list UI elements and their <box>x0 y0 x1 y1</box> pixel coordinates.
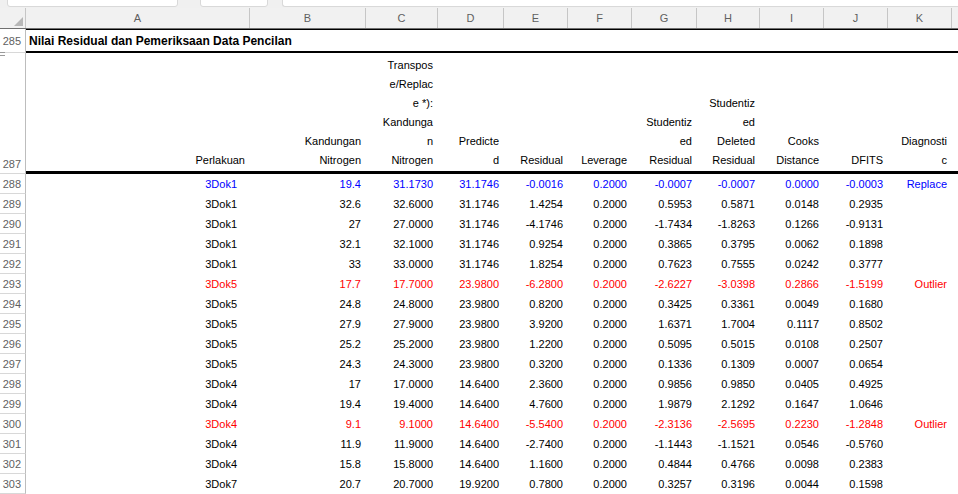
row-header[interactable]: 297 <box>0 354 26 374</box>
row-header[interactable]: 292 <box>0 254 26 274</box>
cell[interactable]: -1.2848 <box>824 414 888 434</box>
cell[interactable]: 31.1746 <box>438 214 504 234</box>
column-header-e[interactable]: E <box>504 8 568 28</box>
cell[interactable]: -4.1746 <box>504 214 568 234</box>
cell[interactable]: 0.2000 <box>568 474 632 494</box>
cell[interactable]: 19.4000 <box>366 394 438 414</box>
cell[interactable]: 19.4 <box>250 394 366 414</box>
header-cell[interactable]: DFITS <box>824 53 888 171</box>
cell[interactable]: -3.0398 <box>697 274 760 294</box>
header-cell[interactable]: Perlakuan <box>26 53 250 171</box>
cell[interactable]: Outlier <box>888 414 952 434</box>
cell[interactable]: 11.9 <box>250 434 366 454</box>
cell[interactable]: 0.5095 <box>632 334 697 354</box>
cell[interactable]: 0.9856 <box>632 374 697 394</box>
header-cell[interactable]: Studentiz ed Residual <box>632 53 697 171</box>
cell[interactable]: 19.9200 <box>438 474 504 494</box>
cell[interactable]: 0.5953 <box>632 194 697 214</box>
row-header[interactable]: 296 <box>0 334 26 354</box>
cell[interactable]: 0.9254 <box>504 234 568 254</box>
cell[interactable]: 0.0108 <box>760 334 824 354</box>
cell[interactable]: 0.2000 <box>568 194 632 214</box>
cell[interactable]: 3Dok1 <box>26 174 250 194</box>
cell[interactable]: -0.0003 <box>824 174 888 194</box>
cell[interactable]: 3Dok4 <box>26 394 250 414</box>
cell[interactable]: -1.5199 <box>824 274 888 294</box>
cell[interactable]: 31.1730 <box>366 174 438 194</box>
cell[interactable] <box>888 314 952 334</box>
cell[interactable]: 27.9000 <box>366 314 438 334</box>
cell[interactable]: -2.7400 <box>504 434 568 454</box>
cell[interactable]: 0.1336 <box>632 354 697 374</box>
column-header-d[interactable]: D <box>438 8 504 28</box>
header-cell[interactable]: Leverage <box>568 53 632 171</box>
row-header[interactable]: 302 <box>0 454 26 474</box>
cell[interactable]: 11.9000 <box>366 434 438 454</box>
cell[interactable]: 1.7004 <box>697 314 760 334</box>
cell[interactable]: 0.2000 <box>568 234 632 254</box>
cell[interactable]: 0.1598 <box>824 474 888 494</box>
cell[interactable]: 19.4 <box>250 174 366 194</box>
cell[interactable]: 31.1746 <box>438 234 504 254</box>
hidden-row-286-marker[interactable] <box>0 52 5 56</box>
cell[interactable]: 3Dok1 <box>26 214 250 234</box>
cell[interactable]: 0.2383 <box>824 454 888 474</box>
row-header[interactable]: 291 <box>0 234 26 254</box>
cell[interactable]: 33.0000 <box>366 254 438 274</box>
cell[interactable]: 0.8502 <box>824 314 888 334</box>
cell[interactable] <box>888 394 952 414</box>
cell[interactable]: 24.3 <box>250 354 366 374</box>
cell[interactable]: 3Dok5 <box>26 274 250 294</box>
row-header[interactable]: 288 <box>0 174 26 194</box>
cell[interactable]: -6.2800 <box>504 274 568 294</box>
cell[interactable]: 0.2000 <box>568 414 632 434</box>
cell[interactable]: 0.1309 <box>697 354 760 374</box>
cell[interactable]: 0.4844 <box>632 454 697 474</box>
cell[interactable]: 0.2000 <box>568 374 632 394</box>
cell[interactable] <box>888 474 952 494</box>
column-header-g[interactable]: G <box>632 8 697 28</box>
row-header[interactable]: 290 <box>0 214 26 234</box>
row-header[interactable]: 301 <box>0 434 26 454</box>
cell[interactable]: 14.6400 <box>438 374 504 394</box>
cell[interactable]: 23.9800 <box>438 334 504 354</box>
cell[interactable] <box>888 214 952 234</box>
name-box[interactable] <box>7 0 178 7</box>
column-header-j[interactable]: J <box>824 8 888 28</box>
cell[interactable]: 3Dok4 <box>26 434 250 454</box>
cell[interactable]: 20.7000 <box>366 474 438 494</box>
cell[interactable]: 0.3425 <box>632 294 697 314</box>
cell[interactable]: -0.0007 <box>697 174 760 194</box>
cell[interactable]: 0.3361 <box>697 294 760 314</box>
header-cell[interactable]: Kandungan Nitrogen <box>250 53 366 171</box>
cell[interactable]: 15.8000 <box>366 454 438 474</box>
header-cell[interactable]: Diagnosti c <box>888 53 952 171</box>
cell[interactable]: -2.5695 <box>697 414 760 434</box>
cell[interactable]: 3Dok7 <box>26 474 250 494</box>
cell[interactable]: 0.4925 <box>824 374 888 394</box>
formula-bar[interactable] <box>282 0 958 7</box>
cell[interactable]: 14.6400 <box>438 414 504 434</box>
cell[interactable]: 3Dok1 <box>26 254 250 274</box>
cell[interactable]: 0.2000 <box>568 394 632 414</box>
cell[interactable]: 0.3795 <box>697 234 760 254</box>
cell[interactable]: 32.1 <box>250 234 366 254</box>
cell[interactable]: 23.9800 <box>438 294 504 314</box>
cell[interactable]: 3.9200 <box>504 314 568 334</box>
row-header[interactable]: 287 <box>0 53 26 174</box>
column-header-c[interactable]: C <box>366 8 438 28</box>
cell[interactable]: 0.1680 <box>824 294 888 314</box>
cell[interactable]: 0.1266 <box>760 214 824 234</box>
cell[interactable]: 0.2000 <box>568 174 632 194</box>
cell[interactable]: 23.9800 <box>438 314 504 334</box>
cell[interactable]: 0.2507 <box>824 334 888 354</box>
cell[interactable]: -0.5760 <box>824 434 888 454</box>
cell[interactable] <box>888 194 952 214</box>
cell[interactable]: 33 <box>250 254 366 274</box>
header-cell[interactable]: Cooks Distance <box>760 53 824 171</box>
cell[interactable]: 0.7555 <box>697 254 760 274</box>
cell[interactable]: 0.4766 <box>697 454 760 474</box>
cell[interactable]: 25.2 <box>250 334 366 354</box>
cell[interactable]: -1.8263 <box>697 214 760 234</box>
cell[interactable]: 0.9850 <box>697 374 760 394</box>
